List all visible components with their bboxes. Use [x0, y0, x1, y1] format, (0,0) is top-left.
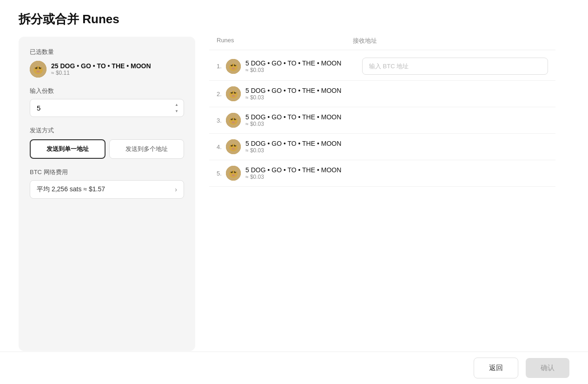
row-rune-price: ≈ $0.03 [245, 94, 341, 101]
dog-small-icon [226, 59, 241, 74]
svg-point-51 [231, 174, 235, 176]
rune-avatar [30, 61, 46, 78]
row-rune-text: 5 DOG • GO • TO • THE • MOON ≈ $0.03 [245, 113, 341, 127]
row-rune-info: 5 DOG • GO • TO • THE • MOON ≈ $0.03 [226, 139, 362, 154]
address-input[interactable] [362, 58, 548, 75]
row-rune-name: 5 DOG • GO • TO • THE • MOON [245, 87, 341, 94]
selected-rune-price: ≈ $0.11 [51, 70, 151, 76]
table-row: 5. 5 DOG • GO • T [209, 160, 555, 187]
dog-small-icon [226, 113, 241, 128]
svg-point-6 [36, 71, 40, 73]
rune-list: 1. 5 DOG • GO • T [209, 52, 555, 187]
row-rune-price: ≈ $0.03 [245, 147, 341, 154]
rune-info: 25 DOG • GO • TO • THE • MOON ≈ $0.11 [51, 62, 151, 76]
back-button[interactable]: 返回 [474, 358, 518, 378]
table-header: Runes 接收地址 [209, 37, 555, 50]
row-rune-avatar [226, 59, 241, 74]
row-rune-info: 5 DOG • GO • TO • THE • MOON ≈ $0.03 [226, 113, 362, 128]
row-rune-avatar [226, 139, 241, 154]
dog-small-icon [226, 166, 241, 181]
number-input-wrapper: ▲ ▼ [30, 99, 184, 117]
confirm-button[interactable]: 确认 [526, 358, 569, 378]
row-rune-price: ≈ $0.03 [245, 174, 341, 180]
dog-small-icon [226, 139, 241, 154]
row-number: 1. [217, 63, 226, 70]
input-section: 输入份数 ▲ ▼ [30, 87, 184, 117]
col-runes-header: Runes [217, 37, 353, 45]
row-address-container [362, 58, 548, 75]
table-row: 3. 5 DOG • GO • T [209, 107, 555, 134]
row-rune-info: 5 DOG • GO • TO • THE • MOON ≈ $0.03 [226, 166, 362, 181]
send-method-label: 发送方式 [30, 126, 184, 135]
row-rune-avatar [226, 113, 241, 128]
page-header: 拆分或合并 Runes [0, 0, 588, 37]
row-rune-price: ≈ $0.03 [245, 67, 341, 73]
row-rune-name: 5 DOG • GO • TO • THE • MOON [245, 140, 341, 147]
footer: 返回 确认 [0, 351, 588, 384]
row-rune-name: 5 DOG • GO • TO • THE • MOON [245, 166, 341, 174]
row-rune-text: 5 DOG • GO • TO • THE • MOON ≈ $0.03 [245, 87, 341, 101]
chevron-right-icon: › [175, 186, 177, 193]
fee-box[interactable]: 平均 2,256 sats ≈ $1.57 › [30, 180, 184, 199]
left-panel: 已选数量 25 D [19, 37, 195, 351]
fee-label: BTC 网络费用 [30, 168, 184, 176]
row-number: 4. [217, 143, 226, 150]
row-rune-avatar [226, 86, 241, 101]
table-row: 4. 5 DOG • GO • T [209, 134, 555, 160]
row-number: 3. [217, 117, 226, 124]
svg-point-33 [231, 121, 235, 123]
rune-avatar-img [30, 61, 46, 78]
row-rune-avatar [226, 166, 241, 181]
fee-text: 平均 2,256 sats ≈ $1.57 [37, 185, 105, 194]
fee-section: BTC 网络费用 平均 2,256 sats ≈ $1.57 › [30, 168, 184, 199]
number-spinners: ▲ ▼ [173, 102, 180, 114]
svg-point-24 [231, 95, 235, 97]
selected-label: 已选数量 [30, 48, 184, 56]
spinner-up[interactable]: ▲ [173, 102, 180, 108]
table-row: 2. 5 DOG • GO • T [209, 81, 555, 107]
send-multiple-button[interactable]: 发送到多个地址 [109, 139, 184, 159]
row-rune-name: 5 DOG • GO • TO • THE • MOON [245, 113, 341, 121]
send-method-section: 发送方式 发送到单一地址 发送到多个地址 [30, 126, 184, 159]
svg-point-42 [231, 148, 235, 150]
row-number: 2. [217, 91, 226, 98]
col-address-header: 接收地址 [353, 37, 548, 45]
row-rune-name: 5 DOG • GO • TO • THE • MOON [245, 59, 341, 67]
selected-rune-name: 25 DOG • GO • TO • THE • MOON [51, 62, 151, 70]
dog-small-icon [226, 86, 241, 101]
dog-icon [30, 61, 46, 78]
svg-point-15 [231, 67, 235, 69]
send-method-buttons: 发送到单一地址 发送到多个地址 [30, 139, 184, 159]
row-rune-price: ≈ $0.03 [245, 121, 341, 127]
page-title: 拆分或合并 Runes [19, 11, 569, 27]
row-number: 5. [217, 170, 226, 177]
right-panel: Runes 接收地址 1. [195, 37, 569, 351]
shares-input[interactable] [30, 99, 184, 117]
send-single-button[interactable]: 发送到单一地址 [30, 139, 106, 159]
row-rune-text: 5 DOG • GO • TO • THE • MOON ≈ $0.03 [245, 140, 341, 154]
table-row: 1. 5 DOG • GO • T [209, 52, 555, 81]
main-content: 已选数量 25 D [0, 37, 588, 351]
row-rune-info: 5 DOG • GO • TO • THE • MOON ≈ $0.03 [226, 86, 362, 101]
row-rune-text: 5 DOG • GO • TO • THE • MOON ≈ $0.03 [245, 59, 341, 73]
row-rune-info: 5 DOG • GO • TO • THE • MOON ≈ $0.03 [226, 59, 362, 74]
row-rune-text: 5 DOG • GO • TO • THE • MOON ≈ $0.03 [245, 166, 341, 180]
spinner-down[interactable]: ▼ [173, 109, 180, 114]
input-label: 输入份数 [30, 87, 184, 95]
selected-rune: 25 DOG • GO • TO • THE • MOON ≈ $0.11 [30, 61, 184, 78]
